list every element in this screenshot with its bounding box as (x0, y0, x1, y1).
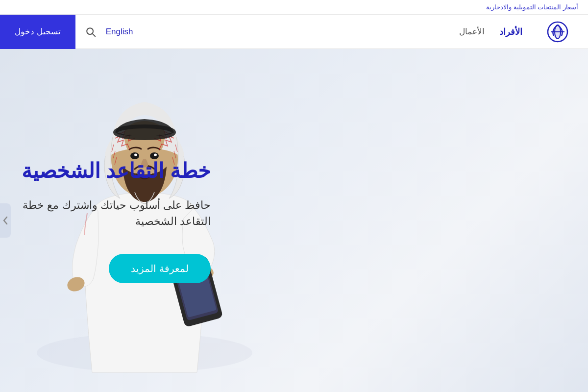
logo-wrapper (542, 21, 573, 43)
svg-point-16 (154, 154, 157, 156)
top-bar: أسعار المنتجات التمويلية والادخارية (0, 0, 588, 15)
nav-individuals[interactable]: الأفراد (494, 26, 527, 37)
search-button[interactable] (83, 24, 98, 40)
brand-logo-icon (547, 21, 568, 43)
navbar-left: English تسجيل دخول (0, 15, 133, 49)
svg-point-15 (134, 154, 137, 156)
search-icon (85, 26, 96, 37)
hero-title: خطة التقاعد الشخصية (0, 158, 211, 185)
navbar-right: الأفراد الأعمال (440, 15, 588, 49)
chevron-left-icon (3, 216, 8, 225)
slider-prev-arrow[interactable] (0, 203, 11, 238)
navbar: الأفراد الأعمال English تسجيل دخول (0, 15, 588, 49)
login-button[interactable]: تسجيل دخول (0, 15, 75, 49)
hero-cta-button[interactable]: لمعرفة المزيد (109, 254, 211, 283)
hero-subtitle: حافظ على أسلوب حياتك واشترك مع خطة التقا… (0, 197, 211, 229)
nav-links: الأفراد الأعمال (454, 26, 527, 37)
language-switcher[interactable]: English (106, 27, 133, 37)
nav-business[interactable]: الأعمال (454, 26, 490, 37)
svg-line-4 (92, 33, 95, 36)
hero-section: خطة التقاعد الشخصية حافظ على أسلوب حياتك… (0, 49, 588, 392)
hero-content: خطة التقاعد الشخصية حافظ على أسلوب حياتك… (0, 158, 270, 283)
top-bar-link[interactable]: أسعار المنتجات التمويلية والادخارية (486, 3, 578, 11)
